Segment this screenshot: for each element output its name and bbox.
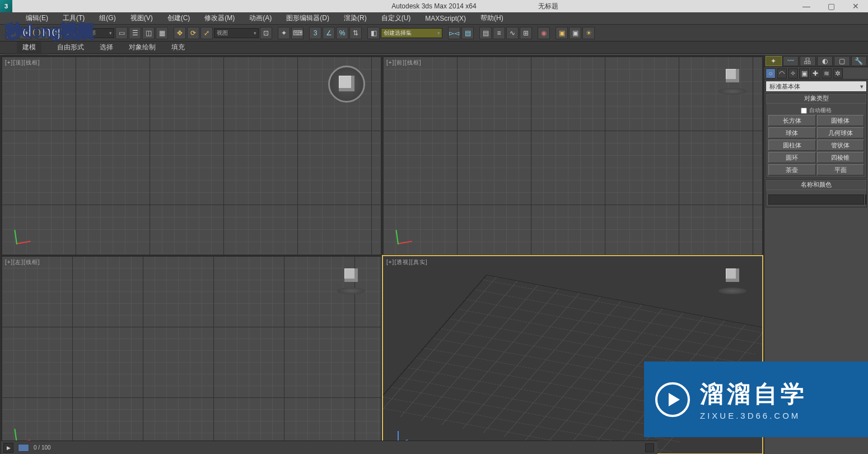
motion-icon: ◐ — [822, 58, 828, 64]
render-production-button[interactable]: ☀ — [582, 27, 595, 39]
viewcube-left[interactable] — [337, 266, 365, 294]
modify-tab[interactable]: 〰 — [783, 56, 799, 66]
spinner-snap-button[interactable]: ⇅ — [349, 27, 362, 39]
maximize-button[interactable]: ▢ — [819, 0, 843, 12]
menu-rendering[interactable]: 渲染(R) — [340, 12, 370, 24]
angle-snap-button[interactable]: ∠ — [323, 27, 335, 39]
play-circle-icon — [655, 382, 690, 417]
select-rotate-button[interactable]: ⟳ — [187, 27, 199, 39]
ribbon-tab-objectpaint[interactable]: 对象绘制 — [129, 43, 156, 52]
title-bar: Autodesk 3ds Max 2014 x64 无标题 — ▢ ✕ — [0, 0, 868, 12]
menu-modifiers[interactable]: 修改器(M) — [201, 12, 238, 24]
utilities-tab[interactable]: 🔧 — [851, 56, 867, 66]
autogrid-input[interactable] — [801, 108, 807, 114]
select-scale-button[interactable]: ⤢ — [200, 27, 213, 39]
minimize-button[interactable]: — — [794, 0, 819, 12]
menu-views[interactable]: 视图(V) — [127, 12, 156, 24]
select-by-name-button[interactable]: ☰ — [129, 27, 141, 39]
percent-snap-button[interactable]: % — [336, 27, 348, 39]
viewport-perspective-label[interactable]: [+][透视][真实] — [386, 258, 428, 266]
cylinder-button[interactable]: 圆柱体 — [768, 140, 816, 151]
mirror-button[interactable]: ▻◅ — [448, 27, 460, 39]
spacewarps-subtab[interactable]: ≋ — [822, 68, 832, 78]
material-editor-button[interactable]: ◉ — [538, 27, 550, 39]
window-controls: — ▢ ✕ — [794, 0, 868, 12]
geometry-category-dropdown[interactable]: 标准基本体 — [766, 81, 867, 92]
keyboard-shortcut-button[interactable]: ⌨ — [291, 27, 304, 39]
ribbon-tab-populate[interactable]: 填充 — [171, 43, 185, 52]
object-name-input[interactable] — [768, 194, 864, 205]
menu-animation[interactable]: 动画(A) — [246, 12, 275, 24]
select-move-button[interactable]: ✥ — [174, 27, 186, 39]
sphere-button[interactable]: 球体 — [768, 127, 816, 138]
hierarchy-tab[interactable]: 品 — [800, 56, 816, 66]
name-color-rollout-header[interactable]: 名称和颜色 — [766, 180, 866, 190]
render-frame-button[interactable]: ▣ — [569, 27, 581, 39]
viewport-front-label[interactable]: [+][前][线框] — [386, 59, 422, 67]
menu-help[interactable]: 帮助(H) — [477, 12, 507, 24]
site-watermark: 溜溜自学 ZIXUE.3D66.COM — [644, 362, 868, 437]
systems-subtab[interactable]: ✲ — [833, 68, 843, 78]
viewcube-perspective[interactable] — [718, 266, 746, 294]
display-tab[interactable]: ▢ — [834, 56, 850, 66]
viewport-left[interactable]: [+][左][线框] — [1, 256, 381, 455]
select-object-button[interactable]: ▭ — [115, 27, 128, 39]
graphite-toggle-button[interactable]: ≡ — [493, 27, 505, 39]
shapes-subtab[interactable]: ◠ — [777, 68, 787, 78]
geometry-subtab[interactable]: ○ — [766, 68, 776, 78]
ribbon-tab-selection[interactable]: 选择 — [100, 43, 113, 52]
systems-icon: ✲ — [835, 70, 841, 77]
menu-customize[interactable]: 自定义(U) — [378, 12, 414, 24]
snap-toggle-button[interactable]: 3 — [309, 27, 321, 39]
align-button[interactable]: ▤ — [461, 27, 474, 39]
cameras-subtab[interactable]: ▣ — [799, 68, 809, 78]
geosphere-button[interactable]: 几何球体 — [817, 127, 865, 138]
menu-group[interactable]: 组(G) — [96, 12, 119, 24]
create-tab[interactable]: ✦ — [766, 56, 782, 66]
viewport-front[interactable]: [+][前][线框] — [382, 56, 763, 255]
layer-manager-button[interactable]: ▤ — [479, 27, 492, 39]
window-crossing-button[interactable]: ▦ — [156, 27, 168, 39]
ribbon-tab-modeling[interactable]: 建模 — [17, 41, 41, 53]
tube-button[interactable]: 管状体 — [817, 140, 865, 151]
ref-coord-dropdown[interactable]: 视图 — [214, 28, 259, 38]
viewport-left-label[interactable]: [+][左][线框] — [5, 258, 40, 266]
named-selection-button[interactable]: ◧ — [367, 27, 380, 39]
select-manipulate-button[interactable]: ✦ — [278, 27, 290, 39]
watermark-en: ZIXUE.3D66.COM — [700, 411, 808, 420]
box-button[interactable]: 长方体 — [768, 115, 816, 126]
menu-maxscript[interactable]: MAXScript(X) — [422, 13, 469, 24]
torus-button[interactable]: 圆环 — [768, 152, 816, 163]
named-selection-dropdown[interactable]: 创建选择集 — [381, 28, 442, 38]
sphere-icon: ○ — [768, 70, 772, 77]
viewcube-front[interactable] — [718, 67, 746, 95]
render-setup-button[interactable]: ▣ — [556, 27, 568, 39]
menu-create[interactable]: 创建(C) — [164, 12, 194, 24]
curve-editor-button[interactable]: ∿ — [506, 27, 519, 39]
object-color-swatch[interactable] — [865, 194, 866, 205]
select-region-button[interactable]: ◫ — [142, 27, 155, 39]
viewport-layout-button[interactable] — [645, 443, 654, 452]
pyramid-button[interactable]: 四棱锥 — [817, 152, 865, 163]
cone-button[interactable]: 圆锥体 — [817, 115, 865, 126]
timeline-play-button[interactable]: ▶ — [3, 443, 13, 453]
ribbon-tab-freeform[interactable]: 自由形式 — [57, 43, 84, 52]
lights-subtab[interactable]: ✧ — [788, 68, 798, 78]
time-slider-handle[interactable] — [18, 444, 29, 452]
helpers-subtab[interactable]: ✚ — [810, 68, 820, 78]
viewcube-top[interactable] — [328, 66, 365, 103]
use-pivot-center-button[interactable]: ⊡ — [260, 27, 272, 39]
close-button[interactable]: ✕ — [843, 0, 868, 12]
object-type-rollout-header[interactable]: 对象类型 — [766, 94, 866, 104]
teapot-button[interactable]: 茶壶 — [768, 164, 816, 175]
viewport-top[interactable]: [+][顶][线框] — [1, 56, 381, 255]
menu-graph-editors[interactable]: 图形编辑器(D) — [283, 12, 333, 24]
plane-button[interactable]: 平面 — [817, 164, 865, 175]
name-color-rollout: 名称和颜色 — [766, 179, 867, 207]
schematic-view-button[interactable]: ⊞ — [520, 27, 532, 39]
object-type-rollout: 对象类型 自动栅格 长方体 圆锥体 球体 几何球体 圆柱体 管状体 圆环 四棱锥… — [766, 93, 867, 178]
viewport-top-label[interactable]: [+][顶][线框] — [5, 59, 40, 67]
motion-tab[interactable]: ◐ — [817, 56, 833, 66]
autogrid-checkbox[interactable]: 自动栅格 — [768, 106, 864, 115]
display-icon: ▢ — [839, 58, 845, 64]
